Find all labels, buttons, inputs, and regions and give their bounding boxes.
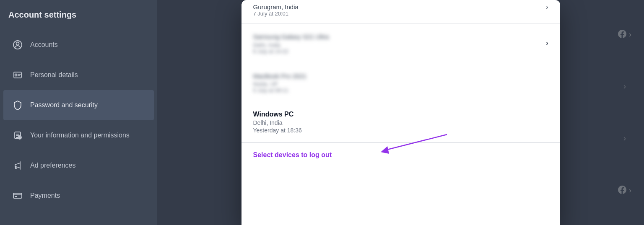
sidebar-item-info-permissions-label: Your information and permissions [30,132,130,139]
id-card-icon [12,69,23,81]
device-item-blurred-2[interactable]: MacBook Pro 2021 Noida, UP5 July at 09:1… [242,63,560,103]
select-devices-link[interactable]: Select devices to log out [253,151,332,159]
modal-overlay: Gurugram, India 7 July at 20:01 › Samsun… [157,0,644,225]
svg-point-3 [15,74,17,76]
windows-pc-time: Yesterday at 18:36 [253,127,548,134]
windows-pc-name: Windows PC [253,111,548,118]
modal-scroll-area[interactable]: Gurugram, India 7 July at 20:01 › Samsun… [242,0,560,225]
sidebar-item-payments[interactable]: Payments [3,181,154,211]
blurred-device-sub-1: Delhi, India6 July at 14:22 [253,42,548,54]
select-devices-row[interactable]: Select devices to log out [242,142,560,167]
gurugram-time: 7 July at 20:01 [253,10,548,17]
shield-icon [12,99,23,111]
sidebar-item-password-security-label: Password and security [30,101,98,109]
sidebar-item-ad-preferences[interactable]: Ad preferences [3,150,154,181]
device-item-windows-pc[interactable]: Windows PC Delhi, India Yesterday at 18:… [242,102,560,142]
sidebar-item-accounts[interactable]: Accounts [3,30,154,60]
sidebar-item-information-permissions[interactable]: Your information and permissions [3,120,154,150]
sidebar-item-password-security[interactable]: Password and security [3,90,154,120]
modal-container: Gurugram, India 7 July at 20:01 › Samsun… [242,0,560,225]
main-content: › › › › Gurugram, India 7 July at 20:01 … [157,0,644,225]
device-item-gurugram[interactable]: Gurugram, India 7 July at 20:01 › [242,0,560,24]
blurred-device-name-1: Samsung Galaxy S21 Ultra [253,32,548,42]
blurred-device-sub-2: Noida, UP5 July at 09:11 [253,81,548,93]
blurred-device-name-2: MacBook Pro 2021 [253,72,548,81]
svg-point-1 [16,42,19,45]
megaphone-icon [12,160,23,171]
sidebar-item-payments-label: Payments [30,192,60,199]
blurred-chevron-1: › [546,39,548,47]
sidebar: Account settings Accounts Personal detai… [0,0,157,225]
card-icon [12,190,23,202]
sidebar-title: Account settings [0,10,157,30]
svg-rect-12 [13,193,22,198]
sidebar-item-personal-details[interactable]: Personal details [3,60,154,90]
person-circle-icon [12,39,23,51]
device-item-blurred-1[interactable]: Samsung Galaxy S21 Ultra Delhi, India6 J… [242,24,560,63]
svg-marker-16 [381,146,389,154]
windows-pc-location: Delhi, India [253,119,548,126]
sidebar-item-accounts-label: Accounts [30,41,58,49]
sidebar-item-ad-preferences-label: Ad preferences [30,162,76,169]
gurugram-chevron: › [546,3,548,11]
info-lock-icon [12,129,23,141]
sidebar-item-personal-details-label: Personal details [30,71,78,79]
gurugram-location: Gurugram, India [253,3,548,10]
